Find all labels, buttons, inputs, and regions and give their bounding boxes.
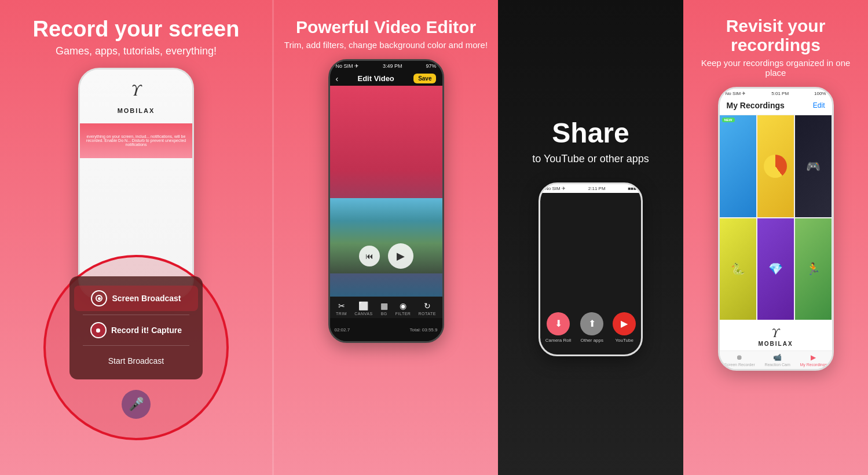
panel1-headline: Record your screen	[33, 17, 240, 42]
phone2-time-total: Total: 03:55.9	[409, 327, 437, 332]
bg-icon: ▦	[380, 301, 388, 310]
screen-broadcast-row[interactable]: Screen Broadcast	[74, 286, 198, 311]
divider-2	[83, 345, 189, 346]
tool-bg[interactable]: ▦ BG	[380, 301, 388, 316]
share-camera-roll[interactable]: ⬇ Camera Roll	[545, 312, 571, 343]
panel4-subheadline: Keep your recordings organized in one pl…	[693, 58, 859, 78]
panel3-share-title: Share	[552, 119, 629, 147]
phone4-logo-text: MOBILAX	[758, 341, 793, 347]
panel2-headline: Powerful Video Editor	[296, 17, 476, 36]
phone4-status-left: No SIM ✈	[726, 91, 746, 96]
phone2-status-left: No SIM ✈	[336, 63, 360, 69]
panel3-share-sub: to YouTube or other apps	[532, 153, 649, 165]
phone4-logo-area: 𝛶 MOBILAX	[720, 320, 832, 350]
tool-trim[interactable]: ✂ TRIM	[336, 301, 347, 316]
phone4-edit-button[interactable]: Edit	[813, 101, 825, 109]
broadcast-menu: Screen Broadcast ⏺ Record it! Capture St…	[69, 276, 203, 379]
grid-item-3[interactable]: 🎮	[795, 115, 832, 217]
phone2-header: ‹ Edit Video Save	[330, 71, 442, 86]
divider-1	[83, 315, 189, 315]
phone2-back-icon[interactable]: ‹	[336, 74, 339, 83]
panel2-subheadline: Trim, add filters, change background col…	[284, 40, 488, 50]
screen-broadcast-label: Screen Broadcast	[112, 294, 181, 303]
share-other-apps[interactable]: ⬆ Other apps	[580, 312, 603, 343]
share-phone-content: ⬇ Camera Roll ⬆ Other apps ▶ YouTube	[540, 193, 641, 355]
share-status-left: No SIM ✈	[545, 186, 566, 191]
phone-mockup-2: No SIM ✈ 3:49 PM 97% ‹ Edit Video Save ⏮…	[328, 59, 444, 343]
trim-icon: ✂	[338, 301, 345, 310]
phone-mockup-4: No SIM ✈ 5:01 PM 100% My Recordings Edit…	[718, 87, 834, 371]
share-status-time: 2:11 PM	[588, 186, 606, 191]
panel4-headline: Revisit your recordings	[693, 16, 859, 54]
phone2-title: Edit Video	[357, 74, 394, 83]
youtube-label: YouTube	[616, 338, 633, 343]
share-status-battery: ■■■	[628, 186, 636, 191]
panel-video-editor: Powerful Video Editor Trim, add filters,…	[272, 0, 498, 475]
record-capture-icon: ⏺	[90, 322, 107, 338]
phone2-time-start: 02:02.7	[335, 327, 350, 332]
phone2-toolbar: ✂ TRIM ⬜ CANVAS ▦ BG ◉ FILTER ↻ ROTATE	[330, 297, 442, 318]
canvas-label: CANVAS	[354, 312, 372, 316]
phone2-video-landscape: ⏮ ▶	[330, 198, 442, 273]
new-badge: NEW	[722, 118, 735, 122]
panel1-subheadline: Games, apps, tutorials, everything!	[56, 45, 217, 57]
phone1-notification-text: everything on your screen, includ... not…	[80, 134, 192, 147]
phone2-video-area: ⏮ ▶	[330, 86, 442, 297]
other-apps-label: Other apps	[580, 338, 603, 343]
phone4-status-bar: No SIM ✈ 5:01 PM 100%	[720, 89, 832, 98]
phone4-recordings-grid: NEW 🎮 🐍 💎	[720, 115, 832, 320]
start-broadcast-row[interactable]: Start Broadcast	[69, 348, 203, 374]
phone4-status-right: 100%	[814, 91, 826, 96]
tab-screen-recorder[interactable]: ⏺ Screen Recorder	[724, 353, 755, 367]
screen-recorder-tab-icon: ⏺	[736, 353, 743, 361]
youtube-icon: ▶	[613, 312, 636, 335]
panel-recordings: Revisit your recordings Keep your record…	[683, 0, 868, 475]
grid-item-5[interactable]: 💎	[757, 218, 794, 320]
phone4-status-time: 5:01 PM	[771, 91, 789, 96]
phone2-save-button[interactable]: Save	[413, 74, 436, 83]
tool-rotate[interactable]: ↻ ROTATE	[419, 301, 436, 316]
red-circle-container: Screen Broadcast ⏺ Record it! Capture St…	[43, 255, 229, 440]
phone4-title: My Recordings	[727, 101, 785, 110]
screen-broadcast-icon	[91, 290, 107, 306]
filter-label: FILTER	[395, 312, 411, 316]
phone4-slingshot-icon: 𝛶	[771, 326, 780, 341]
share-youtube[interactable]: ▶ YouTube	[613, 312, 636, 343]
tool-filter[interactable]: ◉ FILTER	[395, 301, 411, 316]
grid-item-2[interactable]	[757, 115, 794, 217]
camera-roll-label: Camera Roll	[545, 338, 571, 343]
mobilax-logo-1: MOBILAX	[118, 107, 155, 114]
tab-reaction-cam[interactable]: 📹 Reaction Cam	[764, 353, 790, 367]
phone2-status-time: 3:49 PM	[383, 63, 402, 69]
camera-roll-icon: ⬇	[547, 312, 570, 335]
trim-label: TRIM	[336, 312, 347, 316]
filter-icon: ◉	[400, 301, 406, 310]
panel-record-screen: Record your screen Games, apps, tutorial…	[0, 0, 272, 475]
reaction-cam-tab-icon: 📹	[773, 353, 782, 361]
my-recordings-tab-icon: ▶	[811, 353, 816, 361]
rotate-icon: ↻	[424, 301, 431, 310]
phone4-tab-bar: ⏺ Screen Recorder 📹 Reaction Cam ▶ My Re…	[720, 350, 832, 369]
reaction-cam-tab-label: Reaction Cam	[764, 363, 790, 367]
tab-my-recordings[interactable]: ▶ My Recordings	[800, 353, 827, 367]
grid-item-4[interactable]: 🐍	[720, 218, 756, 320]
tool-canvas[interactable]: ⬜ CANVAS	[354, 301, 372, 316]
phone2-timeline: 02:02.7 Total: 03:55.9	[330, 318, 442, 341]
rotate-label: ROTATE	[419, 312, 436, 316]
play-button[interactable]: ▶	[388, 243, 413, 269]
record-capture-label: Record it! Capture	[111, 326, 182, 335]
canvas-icon: ⬜	[358, 301, 368, 310]
grid-item-6[interactable]: 🏃	[795, 218, 832, 320]
mobilax-slingshot-icon: 𝛶	[131, 81, 142, 100]
phone2-status-bar: No SIM ✈ 3:49 PM 97%	[330, 61, 442, 71]
share-icons-row: ⬇ Camera Roll ⬆ Other apps ▶ YouTube	[545, 312, 636, 343]
phone2-status-right: 97%	[426, 63, 436, 69]
mic-button[interactable]: 🎤	[122, 390, 151, 419]
grid-item-1[interactable]: NEW	[720, 115, 756, 217]
my-recordings-tab-label: My Recordings	[800, 363, 827, 367]
screen-recorder-tab-label: Screen Recorder	[724, 363, 755, 367]
prev-button[interactable]: ⏮	[359, 246, 380, 266]
record-capture-row[interactable]: ⏺ Record it! Capture	[69, 317, 203, 343]
panel-share: Share to YouTube or other apps No SIM ✈ …	[498, 0, 683, 475]
share-phone-status: No SIM ✈ 2:11 PM ■■■	[540, 184, 641, 193]
